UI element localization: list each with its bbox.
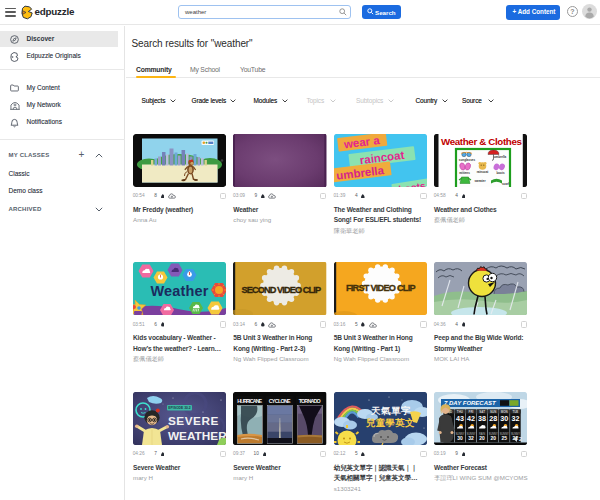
svg-text:SUN: SUN — [490, 409, 496, 413]
svg-text:28: 28 — [489, 414, 497, 423]
svg-text:7 DAY FORECAST: 7 DAY FORECAST — [444, 400, 497, 406]
svg-text:32: 32 — [468, 435, 474, 441]
svg-text:scarf: scarf — [502, 181, 509, 185]
svg-text:20: 20 — [490, 435, 496, 441]
svg-text:sweater: sweater — [474, 179, 486, 183]
svg-text:raincoat: raincoat — [477, 170, 489, 174]
svg-text:FRI: FRI — [469, 409, 474, 413]
svg-text:MON: MON — [501, 409, 508, 413]
svg-text:32: 32 — [511, 414, 519, 423]
svg-text:TORNADO: TORNADO — [299, 398, 321, 404]
svg-text:mittens: mittens — [459, 170, 470, 174]
svg-text:2: 2 — [519, 436, 522, 442]
svg-text:25: 25 — [502, 435, 508, 441]
svg-text:FIRST VIDEO CLIP: FIRST VIDEO CLIP — [346, 283, 416, 293]
svg-text:umbrella: umbrella — [494, 155, 507, 159]
svg-text:30: 30 — [457, 435, 463, 441]
svg-text:boots: boots — [496, 171, 504, 175]
svg-text:WEATHER: WEATHER — [168, 428, 226, 441]
svg-text:43: 43 — [456, 414, 464, 423]
svg-text:兒童學英文: 兒童學英文 — [365, 417, 415, 428]
svg-text:天氣單字: 天氣單字 — [370, 405, 411, 416]
svg-text:THU: THU — [457, 409, 463, 413]
svg-text:42: 42 — [467, 414, 475, 423]
svg-text:Weather & Clothes: Weather & Clothes — [441, 136, 523, 147]
svg-text:20: 20 — [479, 435, 485, 441]
svg-text:HURRICANE: HURRICANE — [237, 398, 262, 404]
svg-text:38: 38 — [478, 414, 486, 423]
svg-text:EPISODE 30.2: EPISODE 30.2 — [168, 406, 191, 410]
svg-text:SECOND VIDEO CLIP: SECOND VIDEO CLIP — [242, 285, 322, 295]
svg-text:TUE: TUE — [512, 409, 518, 413]
svg-text:sunglasses: sunglasses — [459, 157, 476, 161]
svg-text:Weather: Weather — [150, 283, 208, 299]
svg-text:SAT: SAT — [479, 409, 485, 413]
svg-text:SEVERE: SEVERE — [168, 414, 219, 427]
svg-text:CYCLONE: CYCLONE — [269, 398, 291, 404]
svg-text:30: 30 — [500, 414, 508, 423]
